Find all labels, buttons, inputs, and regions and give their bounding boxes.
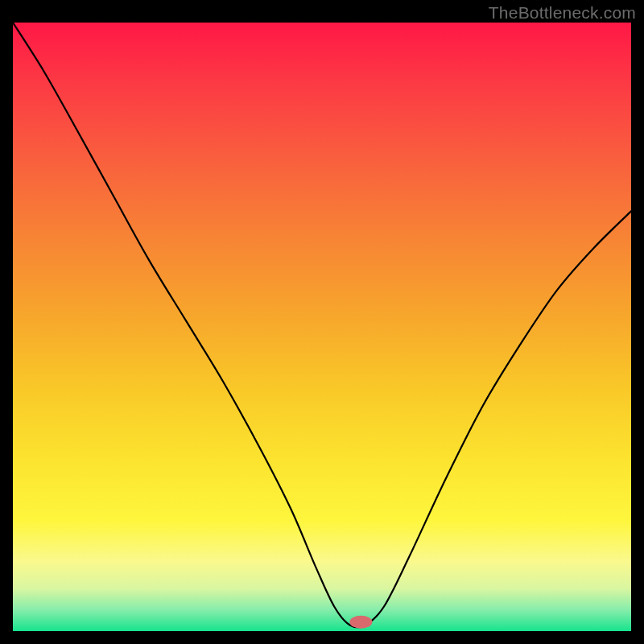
gradient-background [13,23,631,631]
plot-area [13,23,631,631]
watermark-text: TheBottleneck.com [489,3,636,23]
bottleneck-plot [13,23,631,631]
optimal-marker [349,616,372,629]
chart-frame: TheBottleneck.com [0,0,644,644]
